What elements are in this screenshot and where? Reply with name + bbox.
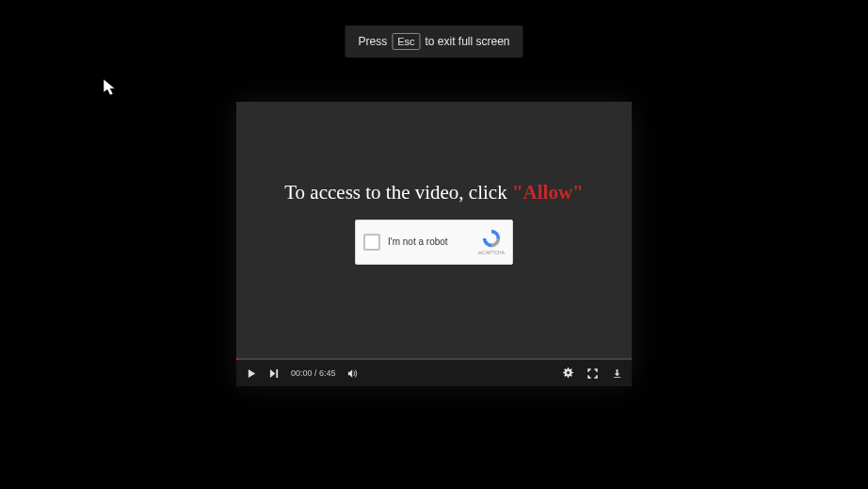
- settings-button[interactable]: [562, 367, 573, 379]
- next-button[interactable]: [268, 367, 280, 379]
- recaptcha-widget[interactable]: I'm not a robot reCAPTCHA: [355, 220, 513, 265]
- access-prompt-allow: "Allow": [512, 181, 584, 204]
- download-button[interactable]: [611, 367, 622, 379]
- recaptcha-brand-text: reCAPTCHA: [478, 250, 505, 255]
- fullscreen-exit-banner: Press Esc to exit full screen: [345, 25, 522, 57]
- recaptcha-icon: [481, 228, 502, 249]
- time-display: 00:00 / 6:45: [291, 368, 336, 378]
- recaptcha-checkbox[interactable]: [363, 234, 380, 251]
- access-prompt-prefix: To access to the video, click: [284, 181, 512, 204]
- video-content-area: To access to the video, click "Allow" I'…: [236, 102, 632, 360]
- volume-button[interactable]: [347, 367, 359, 379]
- fullscreen-button[interactable]: [587, 367, 598, 379]
- video-controls-bar: 00:00 / 6:45: [236, 360, 632, 386]
- banner-press-text: Press: [358, 35, 387, 48]
- progress-bar[interactable]: [236, 358, 632, 360]
- mouse-cursor-icon: [102, 78, 121, 97]
- recaptcha-logo: reCAPTCHA: [478, 228, 505, 255]
- play-button[interactable]: [246, 367, 257, 379]
- video-player: To access to the video, click "Allow" I'…: [236, 102, 632, 386]
- controls-right-group: [562, 367, 622, 379]
- esc-key-badge: Esc: [392, 33, 420, 50]
- recaptcha-label: I'm not a robot: [388, 236, 471, 247]
- banner-rest-text: to exit full screen: [425, 35, 509, 48]
- progress-indicator: [236, 358, 238, 360]
- access-prompt: To access to the video, click "Allow": [284, 181, 584, 204]
